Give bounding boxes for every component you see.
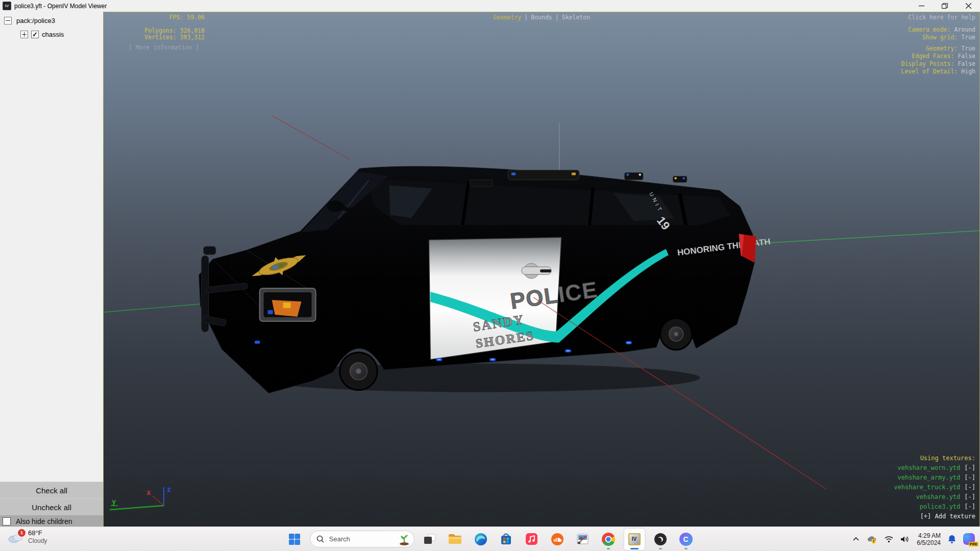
windows-logo-icon (288, 533, 301, 545)
openiv-button[interactable]: IV (624, 528, 645, 550)
taskbar-search-box[interactable] (310, 531, 414, 547)
edged-faces-setting[interactable]: Edged Faces:False (901, 53, 975, 60)
cider-icon: C (679, 533, 693, 546)
volume-icon[interactable] (900, 535, 910, 543)
roof-spotlight (470, 180, 493, 186)
more-information-link[interactable]: [ More information ] (123, 44, 205, 51)
texture-row: vehshare_army.ytd[-] (894, 473, 975, 483)
notification-bell-icon[interactable] (947, 534, 957, 544)
axis-x-label: x (146, 488, 151, 496)
expand-icon[interactable] (20, 31, 28, 38)
chrome-button[interactable] (598, 529, 619, 550)
taskbar: 1 68°F Cloudy (0, 527, 980, 551)
tab-geometry[interactable]: Geometry (492, 14, 523, 21)
music-icon (525, 533, 538, 545)
microsoft-store-button[interactable] (496, 529, 517, 550)
copilot-icon[interactable]: PRE (963, 533, 975, 545)
scene-canvas[interactable]: POLICE SANDY SHORES HONORING THE OATH UN… (104, 12, 979, 527)
search-input[interactable] (328, 535, 395, 543)
fps-counter: FPS: 59.06 (123, 14, 205, 21)
rear-wheel (660, 318, 692, 350)
start-button[interactable] (284, 529, 305, 550)
texture-list-panel: Using textures: vehshare_worn.ytd[-] veh… (894, 454, 975, 521)
front-wheel (339, 353, 377, 390)
close-button[interactable] (957, 0, 980, 12)
add-texture-button[interactable]: [+] Add texture (894, 512, 975, 521)
texture-remove-button[interactable]: [-] (964, 464, 975, 471)
show-grid-setting[interactable]: Show grid:True (901, 34, 975, 41)
obs-icon (654, 533, 667, 546)
camera-mode-setting[interactable]: Camera mode:Around (901, 26, 975, 34)
edge-browser-button[interactable] (471, 529, 491, 550)
cider-button[interactable]: C (676, 529, 696, 550)
apple-music-button[interactable] (522, 529, 542, 550)
viewer-settings-panel: Click here for help Camera mode:Around S… (901, 14, 975, 76)
chassis-checkbox[interactable]: ✓ (31, 31, 39, 38)
also-hide-children-label: Also hide children (16, 517, 72, 525)
axis-z-label: z (167, 485, 171, 493)
restore-icon (942, 3, 948, 9)
display-points-setting[interactable]: Display Points:False (901, 60, 975, 68)
task-view-button[interactable] (420, 529, 440, 550)
tray-date: 6/5/2024 (917, 539, 941, 546)
minimize-icon (919, 3, 924, 9)
obs-button[interactable] (650, 529, 671, 550)
police-car-model: POLICE SANDY SHORES HONORING THE OATH UN… (199, 166, 771, 393)
file-explorer-button[interactable] (445, 529, 465, 550)
onedrive-warning-icon[interactable] (866, 535, 877, 544)
texture-remove-button[interactable]: [-] (964, 493, 975, 500)
tray-time: 4:29 AM (917, 532, 941, 539)
minimize-button[interactable] (910, 0, 933, 12)
vertex-count: Vertices: 303,312 (123, 34, 205, 41)
task-view-icon (423, 533, 436, 545)
tab-bounds[interactable]: Bounds (529, 14, 554, 21)
tab-separator-2: | (554, 14, 560, 21)
car-side-mirror (327, 201, 344, 212)
edge-icon (474, 533, 487, 546)
texture-remove-button[interactable]: [-] (964, 484, 975, 491)
also-hide-children-row[interactable]: Also hide children (0, 515, 103, 527)
soundcloud-icon (551, 533, 564, 546)
texture-row: vehshare_worn.ytd[-] (894, 463, 975, 473)
check-all-button[interactable]: Check all (0, 482, 103, 498)
wifi-icon[interactable] (884, 535, 894, 543)
tray-overflow-chevron-icon[interactable] (852, 536, 860, 542)
texture-row: vehshare_truck.ytd[-] (894, 483, 975, 492)
tree-node-root[interactable]: pack:/police3 (4, 17, 103, 24)
texture-row: police3.ytd[-] (894, 502, 975, 512)
photo-viewer-button[interactable] (573, 529, 593, 550)
collapse-icon[interactable] (4, 17, 12, 24)
roof-module-right (673, 176, 687, 182)
texture-name[interactable]: vehshare.ytd (916, 493, 961, 500)
running-indicator (684, 548, 688, 549)
tree-node-chassis[interactable]: ✓ chassis (20, 31, 103, 38)
search-icon (316, 535, 324, 543)
restore-button[interactable] (933, 0, 957, 12)
view-mode-tabs: Geometry|Bounds|Skeleton (492, 14, 592, 21)
active-running-indicator (630, 548, 639, 549)
model-viewport[interactable]: POLICE SANDY SHORES HONORING THE OATH UN… (103, 12, 980, 527)
openiv-icon: IV (628, 533, 641, 545)
clock-widget[interactable]: 4:29 AM 6/5/2024 (917, 532, 941, 546)
car-lightbar (508, 170, 579, 180)
tree-root-label[interactable]: pack:/police3 (16, 17, 55, 24)
soundcloud-button[interactable] (547, 529, 568, 550)
axis-gizmo: z x y (110, 485, 171, 510)
tab-separator-1: | (523, 14, 529, 21)
texture-name[interactable]: police3.ytd (920, 503, 960, 510)
textures-header: Using textures: (894, 454, 975, 463)
uncheck-all-button[interactable]: Uncheck all (0, 498, 103, 515)
texture-remove-button[interactable]: [-] (964, 503, 975, 510)
tab-skeleton[interactable]: Skeleton (560, 14, 592, 21)
model-tree-panel: pack:/police3 ✓ chassis Check all Unchec… (0, 12, 103, 527)
help-link[interactable]: Click here for help (901, 14, 975, 21)
tree-chassis-label[interactable]: chassis (42, 31, 64, 38)
texture-name[interactable]: vehshare_army.ytd (897, 474, 960, 481)
texture-remove-button[interactable]: [-] (964, 474, 975, 481)
search-highlight-plant-icon (399, 533, 410, 545)
also-hide-children-checkbox[interactable] (3, 517, 11, 525)
texture-name[interactable]: vehshare_truck.ytd (894, 484, 960, 491)
geometry-setting[interactable]: Geometry:True (901, 45, 975, 53)
level-of-detail-setting[interactable]: Level of Detail:High (901, 68, 975, 76)
texture-name[interactable]: vehshare_worn.ytd (897, 464, 960, 471)
